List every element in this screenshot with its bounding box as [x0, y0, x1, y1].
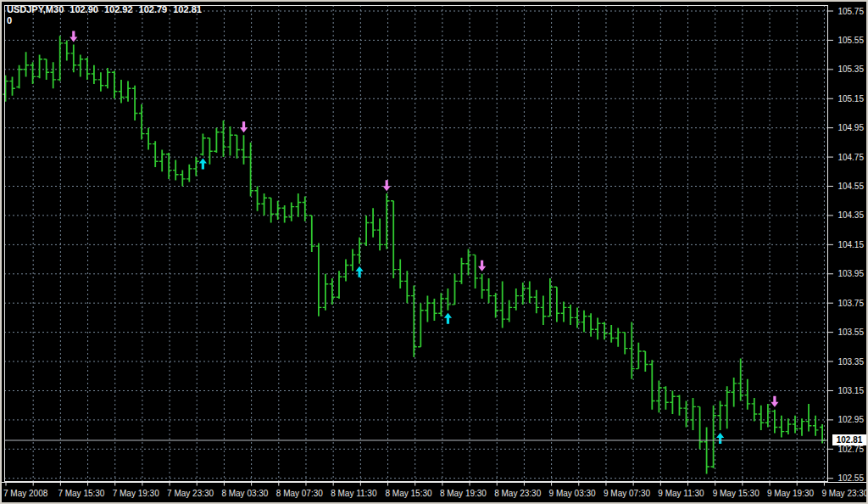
x-axis-label: 9 May 23:30	[821, 489, 868, 498]
x-axis-label: 8 May 07:30	[276, 489, 323, 498]
sell-arrow-icon	[240, 121, 248, 132]
x-axis-label: 7 May 19:30	[113, 489, 159, 498]
current-price-label: 102.81	[832, 434, 866, 445]
y-axis-label: 105.15	[837, 94, 864, 104]
chart-title: USDJPY,M30102.90102.92102.79102.81	[7, 4, 208, 14]
buy-arrow-icon	[716, 433, 724, 444]
y-axis-label: 102.95	[837, 415, 864, 424]
symbol-period-label: USDJPY,M30	[7, 4, 64, 14]
grid-lines	[4, 5, 828, 482]
buy-arrow-icon	[199, 158, 207, 169]
x-axis-label: 8 May 15:30	[386, 489, 432, 498]
y-axis-label: 104.95	[837, 123, 864, 132]
y-axis-label: 103.15	[837, 386, 864, 395]
y-axis-label: 104.55	[837, 182, 864, 191]
ohlc-open: 102.90	[70, 4, 98, 14]
price-bars	[3, 36, 825, 473]
y-axis-label: 103.75	[837, 299, 864, 308]
x-axis-label: 7 May 23:30	[167, 489, 214, 498]
x-axis-label: 9 May 03:30	[549, 489, 596, 498]
sell-arrow-icon	[383, 180, 391, 191]
x-axis-label: 8 May 11:30	[331, 489, 377, 498]
x-axis-label: 7 May 2008	[3, 489, 48, 498]
sell-arrow-icon	[771, 396, 778, 407]
x-axis-label: 8 May 23:30	[494, 489, 541, 498]
y-axis-label: 104.15	[837, 240, 864, 249]
buy-arrow-icon	[444, 313, 452, 324]
x-axis-label: 9 May 15:30	[713, 489, 760, 498]
y-axis-label: 105.35	[837, 64, 864, 74]
x-axis-label: 9 May 07:30	[604, 489, 650, 498]
y-axis-label: 104.75	[837, 153, 864, 162]
ohlc-low: 102.79	[139, 4, 168, 14]
price-axis[interactable]: 105.75105.55105.35105.15104.95104.75104.…	[828, 7, 864, 484]
y-axis-label: 105.75	[837, 7, 864, 16]
y-axis-label: 103.55	[837, 328, 864, 337]
chart-canvas[interactable]: 105.75105.55105.35105.15104.95104.75104.…	[0, 0, 868, 504]
x-axis-label: 9 May 11:30	[658, 489, 704, 498]
ohlc-close: 102.81	[173, 4, 202, 14]
y-axis-label: 105.55	[837, 36, 864, 45]
buy-arrow-icon	[355, 266, 363, 277]
x-axis-label: 7 May 15:30	[58, 489, 104, 498]
y-axis-label: 103.35	[837, 357, 864, 367]
indicator-value: 0	[7, 15, 12, 25]
ohlc-high: 102.92	[104, 4, 133, 14]
terminal-window: 105.75105.55105.35105.15104.95104.75104.…	[0, 0, 868, 504]
x-axis-label: 8 May 03:30	[221, 489, 268, 498]
signal-arrows	[70, 31, 778, 444]
y-axis-label: 104.35	[837, 210, 864, 220]
y-axis-label: 102.55	[837, 473, 864, 483]
x-axis-label: 8 May 19:30	[440, 489, 487, 498]
y-axis-label: 103.95	[837, 269, 864, 278]
sell-arrow-icon	[478, 260, 486, 272]
plot-border	[5, 6, 828, 482]
time-axis[interactable]: 7 May 20087 May 15:307 May 19:307 May 23…	[2, 482, 868, 498]
x-axis-label: 9 May 19:30	[767, 489, 814, 498]
